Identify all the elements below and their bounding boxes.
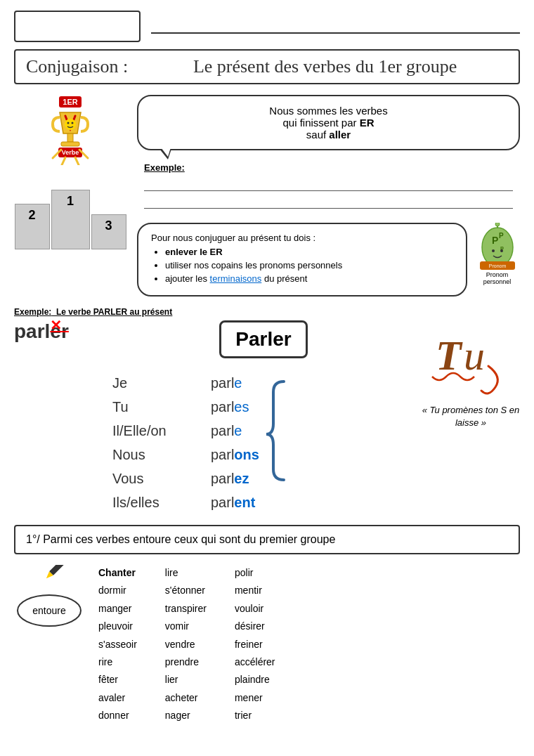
bubble2-row: Pour nous conjuguer au présent tu dois :…: [137, 223, 520, 296]
tu-quote: « Tu promènes ton S en laisse »: [422, 404, 520, 429]
entoure-svg: entoure: [14, 565, 84, 628]
bullet-1: enlever le ER: [165, 247, 453, 257]
verb-accelerer: accélérer: [235, 654, 275, 670]
podium-block-3: 3: [91, 214, 126, 249]
brace-svg: [263, 378, 291, 483]
conj-row-ils: Ils/elles parlent: [112, 490, 259, 514]
pronoun-char: P P p Pronom personnel Pronompersonnel: [474, 223, 520, 285]
conj-row-tu: Tu parles: [112, 395, 259, 419]
brace-area: [263, 378, 291, 483]
svg-text:u: u: [464, 332, 485, 379]
parler-layout: parle✕r Parler Je parle Tu parles: [14, 320, 520, 514]
verb-lier: lier: [165, 672, 207, 687]
parler-center: Parler Je parle Tu parles Il/Elle/on par…: [112, 320, 415, 514]
exercise-label: 1°/ Parmi ces verbes entoure ceux qui so…: [26, 533, 335, 545]
verb-col-3: polir mentir vouloir désirer freiner acc…: [235, 565, 275, 724]
exercise-content: entoure Chanter dormir manger pleuvoir s…: [14, 565, 520, 724]
podium-block-1: 1: [51, 190, 90, 249]
podium-blocks: 2 1 3: [14, 190, 126, 249]
verb-rire: rire: [98, 654, 137, 670]
verb-polir: polir: [235, 565, 275, 580]
example-section: Exemple: Le verbe PARLER au présent parl…: [14, 307, 520, 514]
pronoun-svg: P P p Pronom personnel: [476, 223, 519, 272]
svg-text:P: P: [499, 232, 504, 240]
name-box[interactable]: [14, 11, 141, 42]
conj-row-il: Il/Elle/on parle: [112, 419, 259, 443]
svg-text:Pronom: Pronom: [488, 263, 506, 268]
intro-section: 1ER: [14, 95, 520, 296]
bubbles-area: Nous sommes les verbes qui finissent par…: [137, 95, 520, 296]
exemple-area: Exemple:: [137, 157, 520, 216]
svg-text:P: P: [492, 235, 498, 246]
verb-setonner: s'étonner: [165, 582, 207, 598]
verb-mentir: mentir: [235, 582, 275, 598]
svg-line-10: [61, 157, 65, 165]
svg-text:entoure: entoure: [32, 605, 66, 616]
exemple-title: Exemple:: [144, 162, 185, 173]
trophy-svg: Verbe: [46, 109, 95, 165]
title-bar: Conjugaison : Le présent des verbes du 1…: [14, 49, 520, 84]
tu-area: T u « Tu promènes ton S en laisse »: [422, 320, 520, 429]
name-line: [151, 32, 520, 34]
svg-point-4: [67, 122, 70, 124]
verb-dormir: dormir: [98, 582, 137, 598]
svg-point-3: [65, 119, 76, 130]
exercise-section: 1°/ Parmi ces verbes entoure ceux qui so…: [14, 525, 520, 724]
podium-area: 1ER: [14, 95, 126, 249]
verb-mener: mener: [235, 690, 275, 705]
verb-col-1: Chanter dormir manger pleuvoir s'asseoir…: [98, 565, 137, 724]
tu-illustration-svg: T u: [425, 320, 516, 398]
verb-vouloir: vouloir: [235, 601, 275, 616]
speech-bubble-2: Pour nous conjuguer au présent tu dois :…: [137, 223, 467, 296]
verb-acheter: acheter: [165, 690, 207, 705]
svg-line-11: [75, 157, 79, 165]
svg-point-12: [482, 228, 513, 267]
bullet-3: ajouter les terminaisons du présent: [165, 273, 453, 284]
svg-point-16: [492, 249, 495, 252]
verb-freiner: freiner: [235, 637, 275, 652]
verb-prendre: prendre: [165, 654, 207, 670]
verb-trier: trier: [235, 708, 275, 723]
title-main: Le présent des verbes du 1er groupe: [142, 56, 508, 77]
podium-container: 1ER: [14, 95, 126, 249]
pronoun-label: Pronompersonnel: [474, 271, 520, 285]
bubble2-list: enlever le ER utiliser nos copains les p…: [151, 247, 453, 284]
terminaisons-link: terminaisons: [210, 273, 262, 284]
conj-row-vous: Vous parlez: [112, 467, 259, 490]
verb-columns: Chanter dormir manger pleuvoir s'asseoir…: [98, 565, 520, 724]
verb-sasseoir: s'asseoir: [98, 637, 137, 652]
svg-point-17: [500, 249, 503, 252]
bubble2-intro: Pour nous conjuguer au présent tu dois :: [151, 233, 315, 243]
example-label: Exemple: Le verbe PARLER au présent: [14, 307, 520, 317]
parler-title-box: Parler: [219, 320, 307, 358]
verb-plaindre: plaindre: [235, 672, 275, 687]
entoure-img: entoure: [14, 565, 84, 631]
trophy-badge: 1ER: [59, 96, 81, 107]
verb-chanter: Chanter: [98, 565, 137, 580]
verb-lire: lire: [165, 565, 207, 580]
svg-text:T: T: [436, 332, 463, 379]
svg-rect-27: [49, 565, 73, 575]
trophy-char: 1ER: [46, 95, 95, 168]
svg-rect-1: [67, 133, 73, 142]
svg-rect-2: [61, 142, 79, 146]
bullet-2: utiliser nos copains les pronoms personn…: [165, 260, 453, 271]
speech-bubble-1: Nous sommes les verbes qui finissent par…: [137, 95, 520, 150]
bubble1-text: Nous sommes les verbes qui finissent par…: [269, 105, 387, 141]
svg-point-19: [495, 223, 500, 226]
podium-block-2: 2: [15, 204, 50, 249]
conj-row-nous: Nous parlons: [112, 443, 259, 467]
conj-row-je: Je parle: [112, 371, 259, 395]
verb-feter: fêter: [98, 672, 137, 687]
svg-text:Verbe: Verbe: [62, 149, 79, 156]
conjugation-area: Je parle Tu parles Il/Elle/on parle Nous…: [112, 371, 415, 514]
parler-left: parle✕r: [14, 320, 105, 343]
parler-crossed: parle✕r: [14, 320, 69, 343]
verb-nager: nager: [165, 708, 207, 723]
exercise-box: 1°/ Parmi ces verbes entoure ceux qui so…: [14, 525, 520, 554]
verb-donner: donner: [98, 708, 137, 723]
top-area: [14, 11, 520, 42]
conjugaison-label: Conjugaison :: [26, 56, 128, 77]
verb-pleuvoir: pleuvoir: [98, 618, 137, 634]
verb-desirer: désirer: [235, 618, 275, 634]
